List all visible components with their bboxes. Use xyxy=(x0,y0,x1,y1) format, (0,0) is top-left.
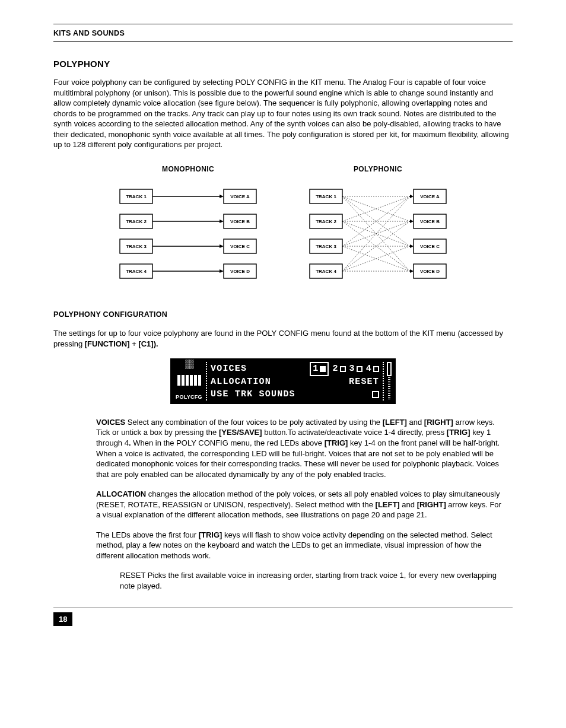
lcd-line-voices: VOICES 1 2 3 4 xyxy=(211,362,379,376)
svg-line-54 xyxy=(342,246,410,271)
left-key-2: [LEFT] xyxy=(376,500,400,509)
led-paragraph: The LEDs above the first four [TRIG] key… xyxy=(96,530,502,561)
diagram-mono: MONOPHONIC TRACK 1VOICE ATRACK 2VOICE BT… xyxy=(117,164,259,288)
lcd-side: ▒▒ POLYCFG xyxy=(175,362,207,400)
lcd-voice-2: 2 xyxy=(332,363,345,375)
svg-text:TRACK 1: TRACK 1 xyxy=(126,194,147,199)
header-section-label: KITS AND SOUNDS xyxy=(53,29,125,37)
intro-paragraph: Four voice polyphony can be configured b… xyxy=(53,77,513,150)
lcd-scroll-top xyxy=(387,362,392,376)
svg-text:VOICE A: VOICE A xyxy=(420,194,440,199)
trig-key-b: [TRIG] xyxy=(325,438,348,447)
lcd-line-allocation: ALLOCATION RESET xyxy=(211,376,379,388)
svg-marker-58 xyxy=(410,244,414,248)
lcd-voices-label: VOICES xyxy=(211,363,247,375)
lcd-content: VOICES 1 2 3 4 ALLOCATION RESET USE TRK … xyxy=(211,362,379,400)
svg-text:TRACK 4: TRACK 4 xyxy=(316,269,336,274)
svg-text:VOICE A: VOICE A xyxy=(230,194,250,199)
lcd-scroll-track xyxy=(388,377,390,399)
right-key-2: [RIGHT] xyxy=(417,500,446,509)
lcd-alloc-label: ALLOCATION xyxy=(211,376,271,388)
diagram-row: MONOPHONIC TRACK 1VOICE ATRACK 2VOICE BT… xyxy=(53,164,513,288)
config-intro: The settings for up to four voice polyph… xyxy=(53,328,513,349)
vp-t1: Select any combination of the four voice… xyxy=(125,418,383,427)
vp-t2: and xyxy=(407,418,424,427)
svg-marker-59 xyxy=(410,269,414,273)
vp-t4: button.To activate/deactivate voice 1-4 … xyxy=(262,428,447,437)
lcd-voice-3: 3 xyxy=(349,363,363,375)
page-header: KITS AND SOUNDS xyxy=(53,24,513,42)
allocation-paragraph: ALLOCATION changes the allocation method… xyxy=(96,489,502,520)
ap-t2: and xyxy=(400,500,417,509)
lcd-usetrk-label: USE TRK SOUNDS xyxy=(211,389,295,400)
svg-marker-17 xyxy=(220,244,224,248)
lcd-bars-icon xyxy=(177,375,201,386)
svg-text:TRACK 2: TRACK 2 xyxy=(316,219,336,224)
diagram-poly-title: POLYPHONIC xyxy=(354,164,402,174)
lcd-dots-icon: ▒▒ xyxy=(185,362,193,367)
config-heading: POLYPHONY CONFIGURATION xyxy=(53,310,513,320)
lcd-voices-boxes: 1 2 3 4 xyxy=(310,362,379,376)
voices-paragraph: VOICES Select any combination of the fou… xyxy=(96,417,502,479)
lcd-screen: ▒▒ POLYCFG VOICES 1 2 3 4 ALLOCATION RES… xyxy=(170,358,396,404)
voices-term: VOICES xyxy=(96,418,125,427)
lcd-voice-1: 1 xyxy=(310,362,329,376)
svg-marker-56 xyxy=(410,195,414,198)
svg-text:TRACK 1: TRACK 1 xyxy=(316,194,336,199)
poly-svg: TRACK 1VOICE ATRACK 2VOICE BTRACK 3VOICE… xyxy=(307,185,449,288)
lcd-line-usetrk: USE TRK SOUNDS xyxy=(211,389,379,400)
svg-marker-23 xyxy=(220,269,224,273)
svg-text:TRACK 4: TRACK 4 xyxy=(126,269,147,274)
trig-key-a: [TRIG] xyxy=(447,428,470,437)
lp-t1: The LEDs above the first four xyxy=(96,530,199,539)
right-key-1: [RIGHT] xyxy=(424,418,453,427)
diagram-poly: POLYPHONIC TRACK 1VOICE ATRACK 2VOICE BT… xyxy=(307,164,449,288)
svg-text:VOICE D: VOICE D xyxy=(420,269,440,274)
left-key-1: [LEFT] xyxy=(383,418,407,427)
reset-description: RESET Picks the first available voice in… xyxy=(120,570,501,591)
svg-text:TRACK 2: TRACK 2 xyxy=(126,219,147,224)
lcd-side-label: POLYCFG xyxy=(176,393,202,400)
lcd-alloc-value: RESET xyxy=(349,376,379,388)
lcd-scrollbar xyxy=(383,362,391,400)
svg-text:TRACK 3: TRACK 3 xyxy=(126,244,147,249)
svg-text:VOICE C: VOICE C xyxy=(420,244,440,249)
svg-marker-5 xyxy=(220,195,224,198)
svg-line-44 xyxy=(342,196,410,221)
diagram-mono-title: MONOPHONIC xyxy=(162,164,214,174)
svg-text:TRACK 3: TRACK 3 xyxy=(316,244,336,249)
c1-key-label: [C1]). xyxy=(138,339,158,348)
lcd-figure: ▒▒ POLYCFG VOICES 1 2 3 4 ALLOCATION RES… xyxy=(53,358,513,404)
function-key-label: [FUNCTION] xyxy=(85,339,130,348)
allocation-term: ALLOCATION xyxy=(96,489,146,498)
section-title: POLYPHONY xyxy=(53,58,513,70)
config-intro-mid: + xyxy=(130,339,139,348)
svg-marker-11 xyxy=(220,220,224,223)
page-number: 18 xyxy=(53,612,72,627)
svg-text:VOICE C: VOICE C xyxy=(230,244,250,249)
lcd-usetrk-checkbox xyxy=(372,391,379,398)
lcd-voice-4: 4 xyxy=(366,363,379,375)
vp-t6: When in the POLY CONFIG menu, the red LE… xyxy=(131,438,325,447)
svg-text:VOICE B: VOICE B xyxy=(420,219,440,224)
trig-key-c: [TRIG] xyxy=(199,530,222,539)
page-footer: 18 xyxy=(53,607,513,627)
svg-marker-57 xyxy=(410,220,414,223)
svg-text:VOICE B: VOICE B xyxy=(230,219,250,224)
yes-save-key: [YES/SAVE] xyxy=(219,428,262,437)
mono-svg: TRACK 1VOICE ATRACK 2VOICE BTRACK 3VOICE… xyxy=(117,185,259,288)
svg-text:VOICE D: VOICE D xyxy=(230,269,250,274)
